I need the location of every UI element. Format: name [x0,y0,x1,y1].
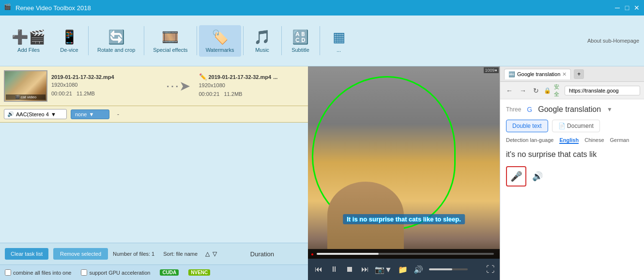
device-icon: 📱 [61,29,78,45]
chevron-down-icon: ▼ [607,106,613,113]
remove-selected-button[interactable]: Remove selected [53,248,108,260]
toolbar-add-files[interactable]: ➕🎬 Add Files [5,25,52,57]
special-effects-label: Special effects [153,47,187,53]
toolbar-music[interactable]: 🎵 Music [245,25,279,57]
lang-chinese[interactable]: Chinese [584,137,604,144]
rotate-crop-label: Rotate and crop [97,47,135,53]
audio-select[interactable]: 🔊 AAC(Stereo 4 ▼ [4,109,67,119]
toolbar-device[interactable]: 📱 De-vice [52,25,86,57]
google-translation-title: Google translation [538,105,601,114]
translation-text: it's no surprise that cats lik [506,149,638,160]
time-progress-fill [317,253,379,255]
audio-label: AAC(Stereo 4 [16,111,49,117]
minimize-button[interactable]: ─ [614,4,621,11]
speaker-button[interactable]: 🔊 [530,169,545,184]
video-display: It is no surprise that cats like to slee… [308,66,500,259]
watermarks-icon: 🏷️ [212,29,229,45]
microphone-button[interactable]: 🎤 [506,166,526,187]
fullscreen-button[interactable]: ⛶ [486,264,495,275]
output-filename: 2019-01-21-17-32-32.mp4 [209,74,272,80]
toolbar: ➕🎬 Add Files 📱 De-vice 🔄 Rotate and crop… [0,16,644,66]
clear-task-list-button[interactable]: Clear task list [5,248,48,260]
combine-checkbox[interactable] [5,269,11,276]
toolbar-more[interactable]: ▦ ... [322,25,356,57]
video-time-bar: ● [308,249,500,259]
bottom-bar: Clear task list Remove selected Number o… [0,243,308,264]
document-button[interactable]: 📄 Document [552,120,600,132]
input-mode-row: Double text 📄 Document [506,120,638,132]
lock-icon: 🔒 [544,87,551,94]
music-icon: 🎵 [254,29,271,45]
duration-label: Duration [250,250,274,258]
add-files-label: Add Files [17,47,40,53]
toolbar-rotate-crop[interactable]: 🔄 Rotate and crop [91,25,142,57]
skip-back-button[interactable]: ⏮ [313,263,324,276]
input-size: 11.2MB [77,91,95,96]
stop-button[interactable]: ⏹ [344,263,355,276]
close-button[interactable]: ✕ [633,4,640,11]
sort-arrow-down-icon: ▽ [213,250,217,257]
back-button[interactable]: ← [504,86,515,95]
output-filename-row: ✏️ 2019-01-21-17-32-32.mp4 ... [199,73,305,80]
main-app: ➕🎬 Add Files 📱 De-vice 🔄 Rotate and crop… [0,16,644,280]
device-label: De-vice [60,47,78,53]
video-controls: ⏮ ⏸ ⏹ ⏭ 📷▼ 📁 🔊 ⛶ [308,259,500,280]
about-sub-label[interactable]: About sub-Homepage [587,38,639,44]
separator-1 [88,26,89,55]
new-tab-button[interactable]: + [574,69,584,79]
gpu-label: support GPU acceleration [89,270,150,276]
subtitle-icon: 🔠 [292,29,309,45]
tab-label: Google translation [517,71,560,77]
refresh-button[interactable]: ↻ [531,86,541,95]
lang-german[interactable]: German [610,137,629,144]
controls-row: 🔊 AAC(Stereo 4 ▼ none ▼ - [0,106,308,123]
doc-icon: 📄 [558,123,566,129]
more-label: ... [337,47,341,53]
volume-slider[interactable] [429,268,468,270]
maximize-button[interactable]: □ [624,4,630,11]
forward-button[interactable]: → [518,86,528,95]
gpu-checkbox-label[interactable]: support GPU acceleration [81,269,150,276]
combine-label: combine all files into one [13,270,71,276]
separator-2 [144,26,144,55]
input-duration-size: 00:00:21 11.2MB [51,90,157,98]
camera-button[interactable]: 📷▼ [375,265,392,274]
separator-5 [281,26,282,55]
tab-close-icon[interactable]: ✕ [562,71,567,78]
gpu-checkbox[interactable] [81,269,87,276]
pause-button[interactable]: ⏸ [328,263,340,276]
volume-icon: 🔊 [414,265,423,274]
time-progress-bar[interactable] [317,253,494,255]
toolbar-watermarks[interactable]: 🏷️ Watermarks [199,25,241,57]
combine-checkbox-label[interactable]: combine all files into one [5,269,71,276]
more-icon: ▦ [333,29,345,45]
output-duration: 00:00:21 [199,91,220,97]
cuda-badge: CUDA [160,269,179,276]
none-select[interactable]: none ▼ [71,109,109,119]
video-panel: It is no surprise that cats like to slee… [308,66,500,280]
browser-tab[interactable]: 🔤 Google translation ✕ [504,69,571,79]
skip-forward-button[interactable]: ⏭ [359,263,371,276]
browser-panel: 🔤 Google translation ✕ + ← → ↻ 🔒 安全 Thre… [500,66,644,280]
window-controls: ─ □ ✕ [614,4,640,11]
lang-english[interactable]: English [559,137,579,144]
video-corner-info: 1009● [484,67,499,73]
folder-button[interactable]: 📁 [396,263,410,276]
toolbar-subtitle[interactable]: 🔠 Subtitle [284,25,318,57]
double-text-button[interactable]: Double text [506,120,548,132]
none-label: none [75,111,87,117]
subtitle-label: Subtitle [291,47,309,53]
language-selector: Detection lan-guage English Chinese Germ… [506,137,638,144]
three-label: Three [506,106,521,113]
input-thumbnail: 🎬 cat video [4,70,47,102]
input-resolution: 1920x1080 [51,81,157,90]
file-row: 🎬 cat video 2019-01-21-17-32-32.mp4 1920… [0,66,308,106]
output-extra: ... [273,74,277,80]
url-bar[interactable] [565,86,640,95]
input-file-info: 2019-01-21-17-32-32.mp4 1920x1080 00:00:… [51,74,157,98]
doc-label: Document [567,123,594,129]
volume-fill [429,268,452,270]
toolbar-special-effects[interactable]: 🎞️ Special effects [146,25,194,57]
audio-icon: 🔊 [7,111,14,117]
lang-detect[interactable]: Detection lan-guage [506,137,553,144]
